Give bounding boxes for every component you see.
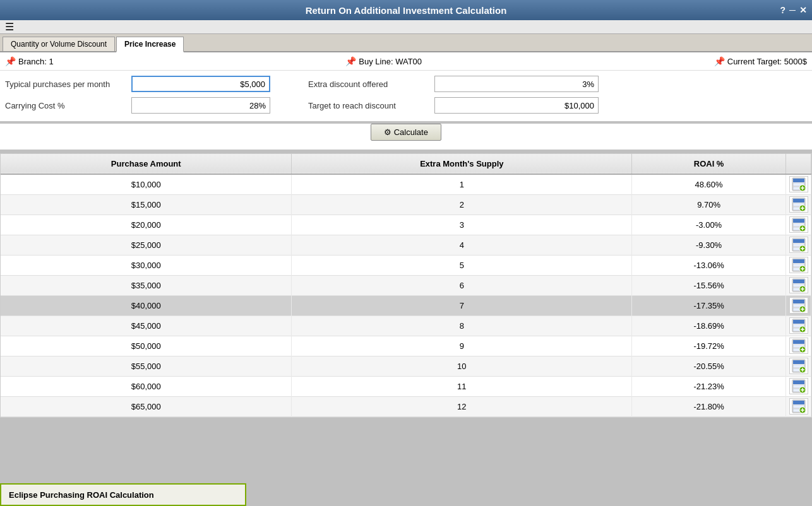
cell-roai: -9.30% bbox=[632, 235, 786, 256]
cell-roai: -21.23% bbox=[632, 377, 786, 397]
close-icon[interactable]: ✕ bbox=[799, 5, 807, 15]
cell-action[interactable] bbox=[786, 195, 811, 215]
cell-action[interactable] bbox=[786, 336, 811, 356]
typical-purchases-input[interactable] bbox=[131, 76, 270, 92]
cell-roai: -21.80% bbox=[632, 397, 786, 417]
target-discount-value: $10,000 bbox=[434, 97, 599, 114]
col-purchase-amount: Purchase Amount bbox=[1, 154, 292, 174]
add-to-order-button[interactable] bbox=[789, 398, 808, 415]
cell-extra-months: 3 bbox=[292, 215, 632, 235]
add-to-order-button[interactable] bbox=[789, 257, 808, 273]
table-row: $10,000148.60% bbox=[1, 174, 811, 195]
cell-action[interactable] bbox=[786, 276, 811, 296]
status-text: Eclipse Purchasing ROAI Calculation bbox=[9, 490, 154, 500]
cell-action[interactable] bbox=[786, 316, 811, 336]
cell-action[interactable] bbox=[786, 215, 811, 235]
table-row: $25,0004-9.30% bbox=[1, 235, 811, 256]
svg-rect-1 bbox=[793, 179, 804, 182]
carrying-cost-row: Carrying Cost % Target to reach discount… bbox=[5, 97, 807, 114]
cell-purchase-amount: $60,000 bbox=[1, 377, 292, 397]
table-row: $35,0006-15.56% bbox=[1, 276, 811, 296]
add-to-order-button[interactable] bbox=[789, 317, 808, 334]
cell-action[interactable] bbox=[786, 174, 811, 195]
table-row: $40,0007-17.35% bbox=[1, 296, 811, 316]
cell-purchase-amount: $35,000 bbox=[1, 276, 292, 296]
add-to-order-button[interactable] bbox=[789, 378, 808, 394]
cell-roai: 9.70% bbox=[632, 195, 786, 215]
add-to-order-button[interactable] bbox=[789, 277, 808, 293]
branch-label: Branch: 1 bbox=[18, 57, 54, 66]
buy-line-info: 📌 Buy Line: WAT00 bbox=[345, 56, 422, 66]
window-controls[interactable]: ? ─ ✕ bbox=[780, 5, 807, 15]
svg-rect-64 bbox=[793, 360, 804, 364]
svg-rect-57 bbox=[793, 340, 804, 344]
extra-discount-value: 3% bbox=[434, 76, 599, 92]
cell-roai: -13.06% bbox=[632, 256, 786, 276]
calculate-label: Calculate bbox=[394, 127, 428, 137]
cell-roai: 48.60% bbox=[632, 174, 786, 195]
tab-price-increase[interactable]: Price Increase bbox=[116, 37, 184, 52]
table-row: $20,0003-3.00% bbox=[1, 215, 811, 235]
minimize-icon[interactable]: ─ bbox=[789, 5, 796, 15]
svg-rect-43 bbox=[793, 300, 804, 303]
cell-roai: -20.55% bbox=[632, 356, 786, 377]
cell-extra-months: 11 bbox=[292, 377, 632, 397]
cell-action[interactable] bbox=[786, 377, 811, 397]
svg-rect-78 bbox=[793, 401, 804, 404]
current-target-info: 📌 Current Target: 5000$ bbox=[714, 56, 807, 66]
cell-action[interactable] bbox=[786, 256, 811, 276]
tab-quantity-volume[interactable]: Quantity or Volume Discount bbox=[3, 37, 115, 51]
cell-extra-months: 6 bbox=[292, 276, 632, 296]
cell-extra-months: 4 bbox=[292, 235, 632, 256]
target-discount-label: Target to reach discount bbox=[308, 101, 434, 110]
buy-line-pin-icon: 📌 bbox=[345, 56, 356, 66]
target-pin-icon: 📌 bbox=[714, 56, 725, 66]
cell-action[interactable] bbox=[786, 296, 811, 316]
cell-extra-months: 2 bbox=[292, 195, 632, 215]
cell-roai: -19.72% bbox=[632, 336, 786, 356]
cell-extra-months: 12 bbox=[292, 397, 632, 417]
add-to-order-button[interactable] bbox=[789, 338, 808, 354]
carrying-cost-input[interactable] bbox=[131, 97, 270, 114]
info-bar: 📌 Branch: 1 📌 Buy Line: WAT00 📌 Current … bbox=[0, 52, 812, 71]
table-row: $45,0008-18.69% bbox=[1, 316, 811, 336]
form-area: Typical purchases per month Extra discou… bbox=[0, 71, 812, 121]
cell-action[interactable] bbox=[786, 235, 811, 256]
add-to-order-button[interactable] bbox=[789, 237, 808, 253]
cell-purchase-amount: $55,000 bbox=[1, 356, 292, 377]
title-bar: Return On Additional Investment Calculat… bbox=[0, 0, 812, 20]
cell-purchase-amount: $40,000 bbox=[1, 296, 292, 316]
add-to-order-button[interactable] bbox=[789, 216, 808, 233]
help-icon[interactable]: ? bbox=[780, 5, 786, 15]
cell-purchase-amount: $10,000 bbox=[1, 174, 292, 195]
svg-rect-71 bbox=[793, 380, 804, 384]
menu-icon[interactable]: ☰ bbox=[3, 21, 16, 33]
carrying-cost-label: Carrying Cost % bbox=[5, 101, 131, 110]
table-row: $60,00011-21.23% bbox=[1, 377, 811, 397]
cell-extra-months: 10 bbox=[292, 356, 632, 377]
cell-extra-months: 9 bbox=[292, 336, 632, 356]
window-title: Return On Additional Investment Calculat… bbox=[306, 5, 507, 16]
cell-purchase-amount: $50,000 bbox=[1, 336, 292, 356]
add-to-order-button[interactable] bbox=[789, 196, 808, 213]
typical-purchases-row: Typical purchases per month Extra discou… bbox=[5, 76, 807, 92]
extra-discount-label: Extra discount offered bbox=[308, 79, 434, 89]
svg-rect-15 bbox=[793, 219, 804, 223]
svg-rect-22 bbox=[793, 239, 804, 243]
table-row: $15,00029.70% bbox=[1, 195, 811, 215]
table-row: $30,0005-13.06% bbox=[1, 256, 811, 276]
branch-info: 📌 Branch: 1 bbox=[5, 56, 54, 66]
table-row: $65,00012-21.80% bbox=[1, 397, 811, 417]
calculate-button[interactable]: ⚙ Calculate bbox=[371, 124, 441, 141]
col-extra-months: Extra Month's Supply bbox=[292, 154, 632, 174]
svg-rect-8 bbox=[793, 199, 804, 203]
cell-action[interactable] bbox=[786, 356, 811, 377]
cell-purchase-amount: $30,000 bbox=[1, 256, 292, 276]
cell-extra-months: 7 bbox=[292, 296, 632, 316]
results-table-container[interactable]: Purchase Amount Extra Month's Supply ROA… bbox=[0, 153, 812, 418]
typical-purchases-label: Typical purchases per month bbox=[5, 79, 131, 89]
add-to-order-button[interactable] bbox=[789, 358, 808, 374]
add-to-order-button[interactable] bbox=[789, 176, 808, 192]
cell-action[interactable] bbox=[786, 397, 811, 417]
add-to-order-button[interactable] bbox=[789, 297, 808, 314]
